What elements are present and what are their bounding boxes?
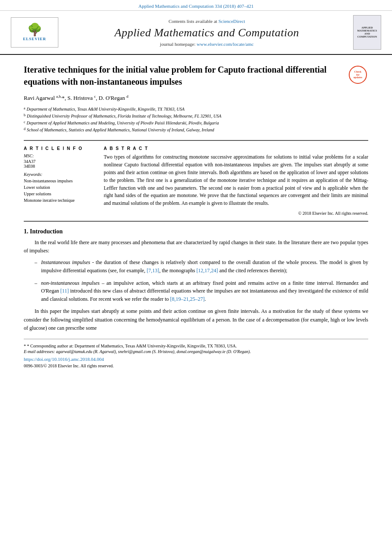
bullet-item-1: Instantaneous impulses - the duration of… xyxy=(35,258,368,274)
authors-line: Ravi Agarwal a,b,*, S. Hristova c, D. O'… xyxy=(24,94,368,102)
author-ravi: Ravi Agarwal a,b,* xyxy=(24,95,65,101)
homepage-line: journal homepage: www.elsevier.com/locat… xyxy=(67,41,347,47)
author-hristova: S. Hristova c xyxy=(67,95,96,101)
impulse-list: Instantaneous impulses - the duration of… xyxy=(35,258,368,303)
divider-2 xyxy=(24,221,368,222)
affil-c: c Department of Applied Mathematics and … xyxy=(24,120,368,127)
divider-1 xyxy=(24,140,368,141)
affil-b: b Distinguished University Professor of … xyxy=(24,113,368,120)
journal-reference-text: Applied Mathematics and Computation 334 … xyxy=(138,3,253,9)
sciencedirect-link[interactable]: ScienceDirect xyxy=(218,19,245,24)
keyword-3: Upper solutions xyxy=(24,191,95,197)
elsevier-logo: 🌳 ELSEVIER xyxy=(9,17,61,48)
footer-copyright: 0096-3003/© 2018 Elsevier Inc. All right… xyxy=(24,363,368,368)
affil-a: a Department of Mathematics, Texas A&M U… xyxy=(24,106,368,113)
bullet-label-2: non-instantaneous impulses xyxy=(41,280,100,286)
msc-code-2: 34E08 xyxy=(24,164,95,169)
star-symbol: * xyxy=(24,344,27,348)
intro-para1: In the real world life there are many pr… xyxy=(24,239,368,255)
msc-codes: 34A37 34E08 xyxy=(24,159,95,169)
article-info-col: A R T I C L E I N F O MSC: 34A37 34E08 K… xyxy=(24,146,95,216)
intro-heading: 1. Introduction xyxy=(24,228,368,235)
keyword-1: Non-instantaneous impulses xyxy=(24,178,95,184)
journal-header: 🌳 ELSEVIER Contents lists available at S… xyxy=(0,11,392,55)
email-addresses: agarwal@tamuk.edu (R. Agarwal), snehri@g… xyxy=(56,349,251,354)
footer-star-note: * * Corresponding author at: Department … xyxy=(24,343,368,349)
keywords-label: Keywords: xyxy=(24,172,95,177)
msc-label: MSC: xyxy=(24,153,95,158)
paper-title: Iterative techniques for the initial val… xyxy=(24,64,368,88)
homepage-url[interactable]: www.elsevier.com/locate/amc xyxy=(197,41,254,47)
author-oregan: D. O'Regan d xyxy=(99,95,128,101)
logo-box: 🌳 ELSEVIER xyxy=(11,17,58,48)
journal-center: Contents lists available at ScienceDirec… xyxy=(67,19,347,47)
doi-link[interactable]: https://doi.org/10.1016/j.amc.2018.04.00… xyxy=(24,357,368,362)
footer-divider xyxy=(24,339,368,339)
abstract-text: Two types of algorithms for constructing… xyxy=(104,153,368,207)
affil-d: d School of Mathematics, Statistics and … xyxy=(24,127,368,134)
keyword-4: Monotone iterative technique xyxy=(24,197,95,204)
check-updates-badge: Check for updates xyxy=(349,66,368,85)
bullet-label-1: Instantaneous impulses xyxy=(41,259,90,265)
affiliations: a Department of Mathematics, Texas A&M U… xyxy=(24,106,368,134)
tree-icon: 🌳 xyxy=(27,24,42,36)
badge-circle: Check for updates xyxy=(349,66,367,84)
paper-content: Check for updates Iterative techniques f… xyxy=(0,55,392,377)
thumb-box: APPLIEDMATHEMATICSANDCOMPUTATION xyxy=(353,15,381,50)
abstract-col: A B S T R A C T Two types of algorithms … xyxy=(104,146,368,216)
keyword-2: Lower solution xyxy=(24,184,95,191)
article-info-header: A R T I C L E I N F O xyxy=(24,146,95,151)
msc-code-1: 34A37 xyxy=(24,159,95,164)
elsevier-text: ELSEVIER xyxy=(23,37,46,41)
introduction-section: 1. Introduction In the real world life t… xyxy=(24,228,368,332)
contents-line: Contents lists available at ScienceDirec… xyxy=(67,19,347,24)
bullet-text-1: - the duration of these changes is relat… xyxy=(41,259,368,274)
journal-thumbnail: APPLIEDMATHEMATICSANDCOMPUTATION xyxy=(353,15,383,50)
abstract-header: A B S T R A C T xyxy=(104,146,368,151)
abstract-copyright: © 2018 Elsevier Inc. All rights reserved… xyxy=(104,211,368,216)
article-abstract-row: A R T I C L E I N F O MSC: 34A37 34E08 K… xyxy=(24,146,368,216)
intro-para2: In this paper the impulses start abruptl… xyxy=(24,307,368,332)
bullet-item-2: non-instantaneous impulses – an impulsiv… xyxy=(35,279,368,303)
journal-reference-bar: Applied Mathematics and Computation 334 … xyxy=(0,0,392,11)
journal-title: Applied Mathematics and Computation xyxy=(67,26,347,39)
footer-emails: E-mail addresses: agarwal@tamuk.edu (R. … xyxy=(24,349,368,354)
